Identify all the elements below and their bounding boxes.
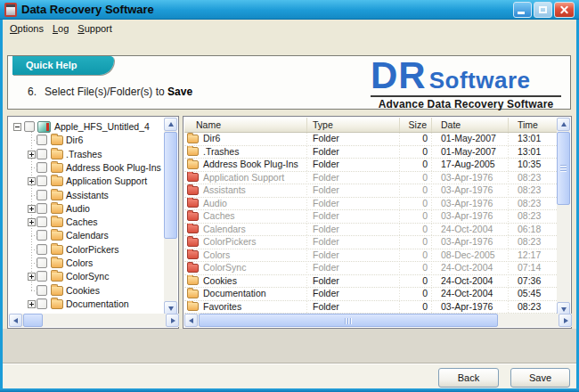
- file-row[interactable]: AssistantsFolder003-Apr-197608:23: [184, 184, 559, 198]
- tree-root-checkbox[interactable]: [24, 121, 35, 132]
- file-date: 01-May-2007: [432, 146, 509, 159]
- file-row[interactable]: AudioFolder003-Apr-197608:23: [184, 198, 559, 211]
- tree-item-checkbox[interactable]: [37, 298, 47, 309]
- tree-connector: [31, 195, 39, 196]
- scrollbar-thumb[interactable]: [557, 132, 570, 205]
- expand-toggle-icon[interactable]: [28, 205, 36, 213]
- file-date: 24-Oct-2004: [432, 224, 509, 236]
- folder-icon: [187, 135, 199, 143]
- window-border-left: [0, 20, 3, 392]
- menu-options[interactable]: Options: [7, 21, 46, 36]
- tree-item-label[interactable]: Assistants: [66, 189, 109, 202]
- file-time: 06:18: [509, 224, 559, 236]
- file-row[interactable]: CachesFolder003-Apr-197608:23: [184, 210, 559, 224]
- tree-item-label[interactable]: Address Book Plug-Ins: [66, 161, 161, 175]
- tree-item-checkbox[interactable]: [37, 271, 47, 282]
- scroll-left-button[interactable]: [184, 314, 198, 327]
- scroll-left-button[interactable]: [9, 314, 22, 327]
- menu-support[interactable]: Support: [75, 21, 115, 36]
- file-row[interactable]: ColorsFolder008-Dec-200512:17: [184, 249, 559, 263]
- window-title: Data Recovery Software: [21, 0, 154, 19]
- file-row[interactable]: DocumentationFolder024-Oct-200405:45: [184, 288, 559, 301]
- maximize-button[interactable]: [534, 2, 552, 18]
- expand-toggle-icon[interactable]: [28, 273, 36, 281]
- file-row[interactable]: CalendarsFolder024-Oct-200406:18: [184, 224, 559, 237]
- scrollbar-thumb[interactable]: [164, 132, 177, 239]
- file-type: Folder: [307, 288, 400, 300]
- file-row[interactable]: .TrashesFolder001-May-200713:01: [184, 146, 559, 159]
- file-name: Caches: [203, 210, 235, 223]
- file-row[interactable]: CookiesFolder024-Oct-200407:36: [184, 275, 559, 289]
- column-header-type[interactable]: Type: [307, 118, 400, 132]
- file-row[interactable]: ColorPickersFolder003-Apr-197608:23: [184, 236, 559, 249]
- folder-icon: [51, 191, 63, 200]
- tree-item-label[interactable]: Dir6: [66, 134, 83, 147]
- file-row[interactable]: Dir6Folder001-May-200713:01: [184, 133, 559, 146]
- tree-item-label[interactable]: Audio: [66, 202, 90, 216]
- tree-vertical-scrollbar[interactable]: [164, 118, 177, 314]
- tree-item-checkbox[interactable]: [37, 176, 47, 186]
- file-date: 08-Dec-2005: [432, 249, 509, 262]
- scrollbar-thumb[interactable]: [23, 314, 43, 327]
- tree-item-label[interactable]: ColorPickers: [66, 243, 119, 257]
- tree-root-label: Apple_HFS_Untitled_4: [54, 120, 150, 134]
- file-name: Audio: [203, 198, 227, 210]
- column-header-time[interactable]: Time: [509, 118, 559, 132]
- deleted-folder-icon: [187, 264, 199, 273]
- scroll-down-button[interactable]: [164, 301, 177, 314]
- scroll-up-button[interactable]: [164, 118, 177, 131]
- tree-item-checkbox[interactable]: [37, 149, 47, 159]
- tree-item-label[interactable]: Calendars: [66, 229, 109, 242]
- column-header-date[interactable]: Date: [432, 118, 509, 132]
- tree-horizontal-scrollbar[interactable]: [9, 314, 179, 327]
- back-button[interactable]: Back: [438, 368, 499, 388]
- list-vertical-scrollbar[interactable]: [557, 118, 570, 315]
- file-row[interactable]: Address Book Plug-InsFolder017-Aug-20051…: [184, 159, 559, 172]
- file-size: 0: [400, 210, 432, 223]
- expand-toggle-icon[interactable]: [28, 177, 36, 185]
- footer-bar: Back Save: [3, 363, 576, 388]
- tree-item-checkbox[interactable]: [37, 203, 47, 214]
- close-button[interactable]: [554, 2, 575, 18]
- scroll-right-button[interactable]: [166, 314, 179, 327]
- column-header-name[interactable]: Name: [184, 118, 307, 132]
- file-date: 24-Oct-2004: [432, 262, 509, 274]
- file-time: 13:01: [509, 146, 559, 159]
- tree-item-label[interactable]: .Trashes: [66, 148, 102, 161]
- folder-icon: [51, 204, 63, 214]
- scroll-right-button[interactable]: [559, 314, 572, 327]
- tree-item-label[interactable]: Documentation: [66, 298, 129, 311]
- minimize-button[interactable]: [513, 2, 532, 18]
- tree-item-label[interactable]: Cookies: [66, 284, 100, 298]
- file-row[interactable]: ColorSyncFolder024-Oct-200407:14: [184, 262, 559, 275]
- file-date: 03-Apr-1976: [432, 184, 509, 197]
- file-row[interactable]: FavoritesFolder003-Apr-197608:23: [184, 301, 559, 314]
- column-header-size[interactable]: Size: [400, 118, 432, 132]
- expand-toggle-icon[interactable]: [28, 218, 36, 226]
- file-date: 03-Apr-1976: [432, 301, 509, 314]
- file-date: 01-May-2007: [432, 133, 509, 145]
- scrollbar-thumb[interactable]: [199, 314, 498, 327]
- expand-toggle-icon[interactable]: [28, 151, 36, 159]
- folder-icon: [51, 299, 63, 309]
- tree-item-label[interactable]: ColorSync: [66, 270, 109, 283]
- list-horizontal-scrollbar[interactable]: [184, 314, 572, 327]
- file-size: 0: [400, 262, 432, 274]
- collapse-toggle-icon[interactable]: [13, 123, 21, 131]
- tree-item-checkbox[interactable]: [37, 216, 47, 227]
- file-time: 08:23: [509, 198, 559, 210]
- tree-item-label[interactable]: Caches: [66, 216, 98, 229]
- scroll-up-button[interactable]: [557, 118, 570, 131]
- save-button[interactable]: Save: [510, 368, 570, 388]
- lower-background: [3, 329, 576, 363]
- folder-icon: [51, 245, 63, 255]
- file-name: ColorSync: [203, 262, 246, 274]
- tree-item-label[interactable]: Application Support: [66, 175, 147, 188]
- scrollbar-grip: [560, 165, 567, 172]
- menu-log[interactable]: Log: [50, 21, 71, 36]
- data-recovery-window: { "titlebar": { "title": "Data Recovery …: [0, 0, 579, 392]
- folder-tree: Apple_HFS_Untitled_4Dir6.TrashesAddress …: [9, 118, 165, 314]
- tree-item-label[interactable]: Colors: [66, 257, 93, 270]
- file-row[interactable]: Application SupportFolder003-Apr-197608:…: [184, 172, 559, 185]
- expand-toggle-icon[interactable]: [28, 300, 36, 308]
